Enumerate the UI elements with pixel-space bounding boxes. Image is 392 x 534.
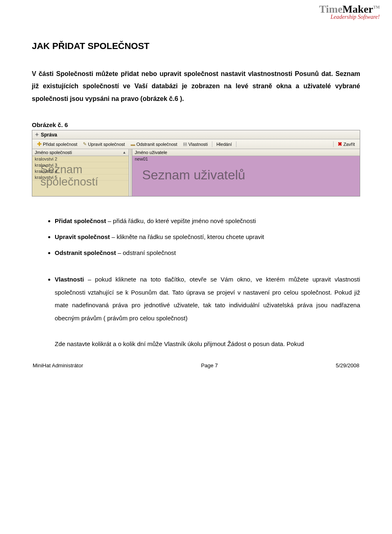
app-icon: ✦ bbox=[35, 132, 39, 138]
list-item: Upravit společnost – klikněte na řádku s… bbox=[55, 229, 360, 245]
page-footer: MiniHat Administrátor Page 7 5/29/2008 bbox=[32, 362, 360, 369]
toolbar-separator bbox=[333, 141, 334, 147]
footer-center: Page 7 bbox=[201, 362, 218, 369]
close-icon: ✖ bbox=[338, 141, 342, 147]
term: Přidat společnost bbox=[55, 217, 106, 224]
table-row[interactable]: kralovstvi 3 bbox=[32, 162, 129, 168]
right-column-header[interactable]: Jméno uživatele bbox=[132, 149, 360, 156]
right-pane: Jméno uživatele new01 Seznam uživatelů bbox=[132, 149, 360, 196]
desc: – přidá řádku, do které vepište jméno no… bbox=[106, 217, 256, 224]
intro-paragraph: V části Společnosti můžete přidat nebo u… bbox=[32, 68, 360, 105]
minus-icon: ▬ bbox=[131, 142, 135, 147]
edit-company-label: Upravit společnost bbox=[88, 142, 125, 147]
search-label: Hledání bbox=[216, 142, 232, 147]
left-pane: Jméno společnosti ▲ kralovstvi 2 kralovs… bbox=[32, 149, 129, 196]
logo-tm: TM bbox=[373, 5, 380, 9]
properties-button[interactable]: ▤ Vlastnosti bbox=[180, 141, 210, 147]
right-header-label: Jméno uživatele bbox=[135, 150, 167, 155]
left-header-label: Jméno společnosti bbox=[35, 150, 72, 155]
overlay-right-label: Seznam uživatelů bbox=[142, 168, 245, 183]
logo-maker: Maker bbox=[343, 3, 373, 15]
table-row[interactable]: kralovstvi 2 bbox=[32, 156, 129, 162]
toolbar-separator bbox=[212, 141, 212, 147]
table-row[interactable]: kralovstvi 4 bbox=[32, 168, 129, 174]
company-list[interactable]: kralovstvi 2 kralovstvi 3 kralovstvi 4 k… bbox=[32, 156, 129, 196]
toolbar: ✚ Přidat společnost ✎ Upravit společnost… bbox=[32, 139, 360, 149]
splitter-handle[interactable] bbox=[129, 149, 132, 196]
remove-company-label: Odstranit společnost bbox=[136, 142, 177, 147]
toolbar-separator bbox=[236, 141, 236, 147]
page-title: JAK PŘIDAT SPOLEČNOST bbox=[32, 41, 360, 51]
close-label: Zavřít bbox=[343, 142, 355, 147]
extra-line: Zde nastavte kolikrát a o kolik dní může… bbox=[55, 340, 304, 347]
desc: – klikněte na řádku se společností, kter… bbox=[110, 233, 264, 240]
document-icon: ▤ bbox=[183, 141, 187, 147]
plus-icon: ✚ bbox=[37, 141, 42, 147]
desc: – odstraní společnost bbox=[116, 249, 176, 256]
left-column-header[interactable]: Jméno společnosti ▲ bbox=[32, 149, 129, 156]
figure-caption: Obrázek č. 6 bbox=[32, 121, 360, 128]
list-item: Vlastnosti – pokud kliknete na toto tlač… bbox=[55, 273, 360, 350]
term: Vlastnosti bbox=[55, 276, 84, 283]
desc: – pokud kliknete na toto tlačítko, otevř… bbox=[55, 276, 360, 322]
table-row[interactable]: kralovstvi 5 bbox=[32, 174, 129, 181]
footer-right: 5/29/2008 bbox=[336, 362, 359, 369]
add-company-label: Přidat společnost bbox=[43, 142, 77, 147]
logo-time: Time bbox=[319, 3, 343, 15]
properties-label: Vlastnosti bbox=[188, 142, 208, 147]
edit-company-button[interactable]: ✎ Upravit společnost bbox=[80, 141, 127, 147]
add-company-button[interactable]: ✚ Přidat společnost bbox=[35, 141, 80, 147]
list-item: Odstranit společnost – odstraní společno… bbox=[55, 245, 360, 261]
table-row[interactable]: new01 bbox=[132, 156, 360, 162]
list-item: Přidat společnost – přidá řádku, do kter… bbox=[55, 213, 360, 229]
sort-arrow-icon: ▲ bbox=[122, 150, 126, 154]
logo: TimeMakerTM Leadership Software! bbox=[319, 3, 380, 20]
user-list[interactable]: new01 Seznam uživatelů bbox=[132, 156, 360, 196]
footer-left: MiniHat Administrátor bbox=[33, 362, 83, 369]
bullet-list-2: Vlastnosti – pokud kliknete na toto tlač… bbox=[32, 273, 360, 350]
search-button[interactable]: Hledání bbox=[214, 141, 234, 147]
term: Odstranit společnost bbox=[55, 249, 116, 256]
titlebar: ✦ Správa bbox=[32, 130, 360, 139]
pencil-icon: ✎ bbox=[83, 141, 87, 147]
remove-company-button[interactable]: ▬ Odstranit společnost bbox=[128, 141, 180, 147]
term: Upravit společnost bbox=[55, 233, 110, 240]
window-title: Správa bbox=[41, 132, 57, 138]
close-button[interactable]: ✖ Zavřít bbox=[335, 141, 357, 147]
app-window: ✦ Správa ✚ Přidat společnost ✎ Upravit s… bbox=[32, 130, 360, 197]
bullet-list-1: Přidat společnost – přidá řádku, do kter… bbox=[32, 213, 360, 261]
